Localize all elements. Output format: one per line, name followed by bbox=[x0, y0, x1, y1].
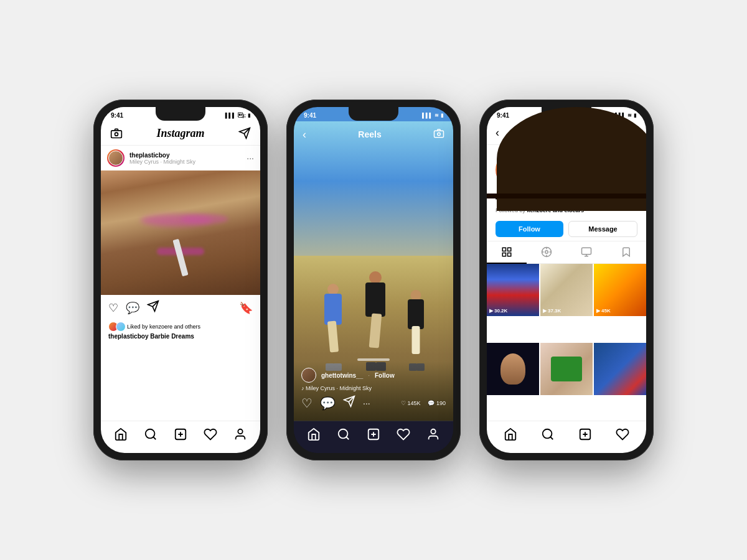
wifi-icon-2: ≋ bbox=[435, 113, 439, 118]
follow-button[interactable]: Follow bbox=[496, 221, 563, 237]
phone-3-screen: 9:41 ▌▌▌ ≋ ▮ ‹ trevorbell bbox=[487, 107, 646, 453]
svg-rect-25 bbox=[508, 253, 511, 256]
nav-home-2[interactable] bbox=[307, 427, 321, 444]
reels-username: ghettotwins__ bbox=[321, 372, 363, 379]
grid-item-3[interactable]: ▶45K bbox=[594, 264, 646, 316]
nav-add-icon[interactable] bbox=[174, 427, 187, 444]
post-avatar[interactable] bbox=[107, 149, 125, 167]
bookmark-icon[interactable]: 🔖 bbox=[239, 301, 253, 315]
svg-line-7 bbox=[153, 437, 156, 439]
profile-grid: ▶30.2K ▶37.3K ▶45K bbox=[487, 264, 646, 421]
post-header: theplasticboy Miley Cyrus · Midnight Sky… bbox=[101, 146, 260, 170]
reels-header: ‹ Reels bbox=[294, 121, 453, 147]
post-image bbox=[101, 170, 260, 295]
reels-comment-icon[interactable]: 💬 bbox=[320, 396, 336, 411]
wifi-icon: ); bbox=[238, 113, 246, 118]
grid-item-1[interactable]: ▶30.2K bbox=[487, 264, 539, 316]
phone-2-screen: 9:41 ▌▌▌ ≋ ▮ bbox=[294, 107, 453, 453]
svg-rect-12 bbox=[435, 131, 444, 138]
svg-point-13 bbox=[438, 133, 441, 136]
svg-point-35 bbox=[543, 429, 552, 439]
post-actions: ♡ 💬 🔖 bbox=[101, 295, 260, 320]
battery-icon-3: ▮ bbox=[634, 113, 636, 118]
reels-camera-icon[interactable] bbox=[433, 128, 444, 141]
nav-home-icon[interactable] bbox=[114, 427, 128, 444]
post-song: Miley Cyrus · Midnight Sky bbox=[129, 159, 195, 165]
like-icon[interactable]: ♡ bbox=[108, 301, 118, 315]
svg-rect-0 bbox=[111, 131, 122, 138]
grid-stat-3: ▶45K bbox=[596, 308, 611, 314]
wifi-icon-3: ≋ bbox=[627, 113, 632, 118]
grid-stat-1: ▶30.2K bbox=[489, 308, 507, 314]
post-options-icon[interactable]: ··· bbox=[247, 153, 254, 163]
profile-avatar-img bbox=[497, 152, 532, 187]
liked-text: Liked by kenzoere and others bbox=[127, 324, 200, 330]
grid-item-5[interactable] bbox=[540, 343, 593, 395]
nav-search-3[interactable] bbox=[541, 427, 555, 444]
bottom-nav-3 bbox=[487, 421, 646, 453]
reels-more-icon[interactable]: ··· bbox=[363, 398, 370, 408]
nav-profile-icon[interactable] bbox=[233, 427, 247, 444]
nav-heart-icon[interactable] bbox=[204, 427, 217, 444]
notch-2 bbox=[349, 107, 398, 121]
svg-rect-32 bbox=[582, 248, 591, 254]
status-icons-2: ▌▌▌ ≋ ▮ bbox=[422, 113, 443, 118]
grid-stat-2: ▶37.3K bbox=[543, 308, 561, 314]
phone-1: 9:41 ▌▌▌ ); ▮ Instagram bbox=[93, 100, 268, 460]
phone-1-screen: 9:41 ▌▌▌ ); ▮ Instagram bbox=[101, 107, 260, 453]
bottom-nav-1 bbox=[101, 421, 260, 453]
bottom-nav-2 bbox=[294, 421, 453, 453]
comment-icon[interactable]: 💬 bbox=[126, 301, 139, 315]
reels-share-icon[interactable] bbox=[343, 395, 355, 411]
svg-point-1 bbox=[115, 133, 118, 136]
reels-likes-count: ♡ 145K bbox=[401, 400, 421, 406]
nav-profile-2[interactable] bbox=[426, 427, 440, 444]
message-button[interactable]: Message bbox=[568, 221, 637, 237]
profile-info: 1,081 Posts 226k Followers 2.9k Follo... bbox=[487, 145, 646, 195]
nav-add-3[interactable] bbox=[578, 427, 592, 444]
svg-point-21 bbox=[431, 429, 435, 434]
reels-dot: · bbox=[368, 372, 370, 379]
nav-home-3[interactable] bbox=[504, 427, 517, 444]
nav-heart-2[interactable] bbox=[397, 427, 410, 444]
liked-avatar-2 bbox=[116, 322, 126, 332]
profile-back-icon[interactable]: ‹ bbox=[496, 126, 499, 139]
post-image-face bbox=[101, 170, 260, 295]
profile-tabs bbox=[487, 241, 646, 264]
reels-follow-btn[interactable]: Follow bbox=[375, 372, 395, 379]
camera-icon[interactable] bbox=[110, 126, 123, 140]
svg-rect-24 bbox=[502, 253, 505, 256]
time-3: 9:41 bbox=[497, 112, 509, 119]
dm-icon[interactable] bbox=[238, 126, 251, 140]
grid-item-6[interactable] bbox=[594, 343, 646, 395]
share-icon[interactable] bbox=[147, 300, 159, 315]
reels-comments-count: 💬 190 bbox=[428, 400, 446, 406]
phone-2: 9:41 ▌▌▌ ≋ ▮ bbox=[286, 100, 461, 460]
grid-item-4[interactable] bbox=[487, 343, 539, 395]
reels-user-avatar bbox=[301, 368, 316, 383]
battery-icon: ▮ bbox=[248, 113, 250, 118]
post-user-info: theplasticboy Miley Cyrus · Midnight Sky bbox=[129, 152, 195, 165]
post-caption: theplasticboy Barbie Dreams bbox=[101, 333, 260, 343]
reels-song: ♪ Miley Cyrus · Midnight Sky bbox=[301, 385, 446, 391]
nav-heart-3[interactable] bbox=[616, 427, 629, 444]
nav-search-2[interactable] bbox=[337, 427, 350, 444]
post-avatar-img bbox=[108, 151, 123, 166]
tab-tagged[interactable] bbox=[566, 241, 606, 263]
nav-add-2[interactable] bbox=[367, 427, 380, 444]
svg-point-16 bbox=[339, 429, 348, 439]
tab-reels[interactable] bbox=[527, 241, 566, 263]
reels-like-icon[interactable]: ♡ bbox=[301, 396, 312, 411]
liked-row: Liked by kenzoere and others bbox=[101, 320, 260, 333]
caption-username: theplasticboy bbox=[108, 333, 148, 340]
notch-1 bbox=[156, 107, 205, 121]
reels-title: Reels bbox=[306, 129, 433, 139]
tab-grid[interactable] bbox=[487, 241, 527, 264]
time-1: 9:41 bbox=[111, 112, 123, 119]
tab-saved[interactable] bbox=[606, 241, 646, 263]
app-header: Instagram bbox=[101, 121, 260, 146]
nav-search-icon[interactable] bbox=[144, 427, 157, 444]
svg-line-36 bbox=[550, 437, 553, 439]
grid-item-2[interactable]: ▶37.3K bbox=[540, 264, 593, 316]
profile-avatar bbox=[496, 151, 533, 189]
